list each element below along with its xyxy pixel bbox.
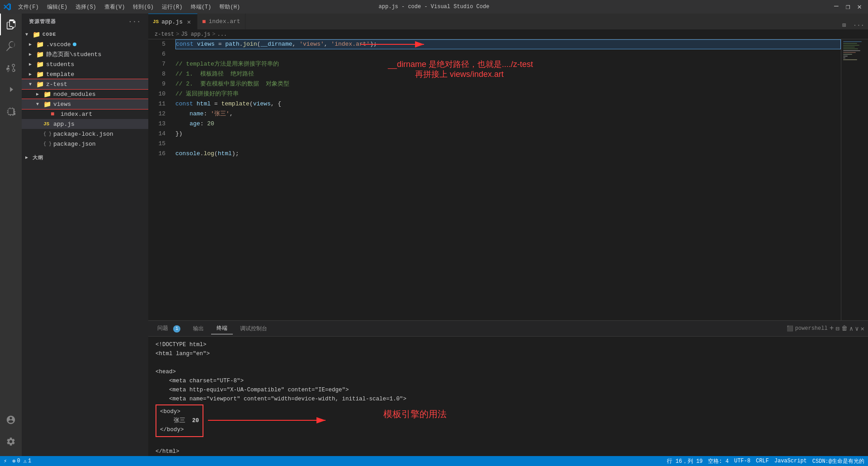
spaces-item[interactable]: 空格: 4 xyxy=(708,457,729,465)
csdn-item[interactable]: CSDN:@生命是有光的 xyxy=(812,457,864,465)
activity-bar xyxy=(0,14,22,456)
sidebar-header: 资源管理器 ··· xyxy=(22,14,148,29)
window-controls[interactable]: — ❐ ✕ xyxy=(831,2,864,11)
js-file-icon: JS xyxy=(43,121,52,127)
explorer-icon[interactable] xyxy=(0,14,22,35)
search-icon[interactable] xyxy=(0,35,22,57)
encoding-item[interactable]: UTF-8 xyxy=(734,458,750,464)
code-line-11: const html = template(views, { xyxy=(175,99,841,109)
terminal-line: <head> xyxy=(156,367,861,376)
menu-run[interactable]: 运行(R) xyxy=(158,2,186,12)
close-button[interactable]: ✕ xyxy=(854,2,864,11)
menu-view[interactable]: 查看(V) xyxy=(101,2,129,12)
sidebar-title: 资源管理器 xyxy=(29,18,56,25)
node-modules-label: node_modules xyxy=(53,91,96,98)
outline-label: 大纲 xyxy=(33,154,43,161)
menu-help[interactable]: 帮助(H) xyxy=(216,2,244,12)
git-icon: ⚡ xyxy=(4,458,7,465)
status-bar: ⚡ ⊗ 0 ⚠ 1 行 16，列 19 空格: 4 UTF-8 CRLF Jav… xyxy=(0,456,868,466)
line-ending-item[interactable]: CRLF xyxy=(756,458,769,464)
code-content[interactable]: const views = path.join(__dirname, 'view… xyxy=(171,39,841,320)
tab-app-js[interactable]: JS app.js ✕ xyxy=(148,14,198,29)
chevron-right-icon: ▶ xyxy=(36,91,43,97)
chevron-down-icon: ▼ xyxy=(29,82,36,87)
sidebar-item-template[interactable]: ▶ 📁 template xyxy=(22,69,148,79)
split-editor-button[interactable]: ⊞ ··· xyxy=(842,21,868,29)
tab-js-icon: JS xyxy=(153,19,159,24)
title-bar: 文件(F) 编辑(E) 选择(S) 查看(V) 转到(G) 运行(R) 终端(T… xyxy=(0,0,868,14)
menu-file[interactable]: 文件(F) xyxy=(14,2,42,12)
chevron-down-icon[interactable]: ∨ xyxy=(855,325,859,333)
code-line-13: age: 20 xyxy=(175,119,841,129)
static-label: 静态页面\students xyxy=(46,50,101,58)
chevron-up-icon[interactable]: ∧ xyxy=(849,325,853,333)
chevron-right-icon: ▶ xyxy=(29,71,36,77)
minimize-button[interactable]: — xyxy=(831,2,841,11)
tab-index-art[interactable]: ■ index.art xyxy=(198,14,245,29)
menu-goto[interactable]: 转到(G) xyxy=(129,2,157,12)
menu-bar[interactable]: 文件(F) 编辑(E) 选择(S) 查看(V) 转到(G) 运行(R) 终端(T… xyxy=(14,2,244,12)
tab-close-button[interactable]: ✕ xyxy=(185,18,193,25)
trash-icon[interactable]: 🗑 xyxy=(841,325,848,332)
sidebar-item-views[interactable]: ▼ 📁 views xyxy=(22,99,148,109)
more-options-icon[interactable]: ··· xyxy=(128,18,141,25)
panel-tab-problems[interactable]: 问题 1 xyxy=(152,323,186,334)
cursor-position[interactable]: 行 16，列 19 xyxy=(667,457,703,465)
menu-select[interactable]: 选择(S) xyxy=(72,2,100,12)
body-annotation-arrow xyxy=(203,414,339,427)
sidebar-item-package-lock[interactable]: ▶ { } package-lock.json xyxy=(22,129,148,139)
sidebar-item-node-modules[interactable]: ▶ 📁 node_modules xyxy=(22,89,148,99)
sidebar-outline-header[interactable]: ▶ 大纲 xyxy=(22,152,148,162)
code-editor[interactable]: 5 6 7 8 9 10 11 12 13 14 15 16 const v xyxy=(148,39,868,320)
panel-tab-terminal[interactable]: 终端 xyxy=(211,323,233,334)
language-item[interactable]: JavaScript xyxy=(774,458,807,464)
sidebar-item-students[interactable]: ▶ 📁 students xyxy=(22,59,148,69)
source-control-icon[interactable] xyxy=(0,57,22,79)
views-label: views xyxy=(53,101,71,108)
maximize-button[interactable]: ❐ xyxy=(843,2,853,11)
editor-and-panel: 5 6 7 8 9 10 11 12 13 14 15 16 const v xyxy=(148,39,868,456)
z-test-label: z-test xyxy=(46,81,67,88)
breadcrumb-part1[interactable]: z-test xyxy=(155,31,174,38)
sidebar-header-icons[interactable]: ··· xyxy=(128,18,141,25)
panel-tabs: 问题 1 输出 终端 调试控制台 ⬛ powershell xyxy=(148,321,868,337)
plus-button[interactable]: + xyxy=(830,324,834,333)
editor-area: JS app.js ✕ ■ index.art ⊞ ··· z-test > J… xyxy=(148,14,868,456)
vscode-logo-icon xyxy=(4,3,11,10)
run-debug-icon[interactable] xyxy=(0,79,22,100)
menu-edit[interactable]: 编辑(E) xyxy=(43,2,71,12)
terminal-shell-label: ⬛ xyxy=(787,325,793,332)
panel-controls[interactable]: ⬛ powershell + ⊟ 🗑 ∧ ∨ ✕ xyxy=(787,324,864,333)
warning-count: 1 xyxy=(28,458,31,464)
vscode-folder-icon: 📁 xyxy=(36,41,44,48)
bottom-panel: 问题 1 输出 终端 调试控制台 ⬛ powershell xyxy=(148,320,868,456)
errors-warnings-item[interactable]: ⊗ 0 ⚠ 1 xyxy=(12,458,31,465)
sidebar-item-package-json[interactable]: ▶ { } package.json xyxy=(22,139,148,149)
sidebar-item-vscode[interactable]: ▶ 📁 .vscode xyxy=(22,39,148,49)
split-terminal-icon[interactable]: ⊟ xyxy=(835,325,839,333)
problems-label: 问题 xyxy=(157,325,168,332)
json-file2-icon: { } xyxy=(43,142,52,147)
panel-tab-debug[interactable]: 调试控制台 xyxy=(235,323,273,334)
root-label: CODE xyxy=(42,32,56,37)
menu-terminal[interactable]: 终端(T) xyxy=(187,2,215,12)
csdn-text: CSDN:@生命是有光的 xyxy=(812,457,864,465)
chevron-right-icon: ▶ xyxy=(29,62,36,67)
terminal-content[interactable]: <!DOCTYPE html> <html lang="en"> <head> … xyxy=(148,337,868,456)
sidebar-item-index-art[interactable]: ▶ ■ index.art xyxy=(22,109,148,119)
sidebar-item-z-test[interactable]: ▼ 📁 z-test xyxy=(22,79,148,89)
close-panel-button[interactable]: ✕ xyxy=(861,325,864,333)
code-line-15 xyxy=(175,139,841,149)
panel-tab-output[interactable]: 输出 xyxy=(188,323,209,334)
error-count: 0 xyxy=(17,458,20,464)
account-icon[interactable] xyxy=(0,409,22,431)
breadcrumb-part3[interactable]: ... xyxy=(217,31,227,38)
tabs-bar: JS app.js ✕ ■ index.art ⊞ ··· xyxy=(148,14,868,29)
settings-icon[interactable] xyxy=(0,431,22,452)
breadcrumb-part2[interactable]: JS app.js xyxy=(181,31,210,38)
tree-root-code[interactable]: ▼ 📁 CODE xyxy=(22,29,148,39)
sidebar-item-static[interactable]: ▶ 📁 静态页面\students xyxy=(22,49,148,59)
git-branch-item[interactable]: ⚡ xyxy=(4,458,7,465)
sidebar-item-app-js[interactable]: ▶ JS app.js xyxy=(22,119,148,129)
extensions-icon[interactable] xyxy=(0,100,22,122)
